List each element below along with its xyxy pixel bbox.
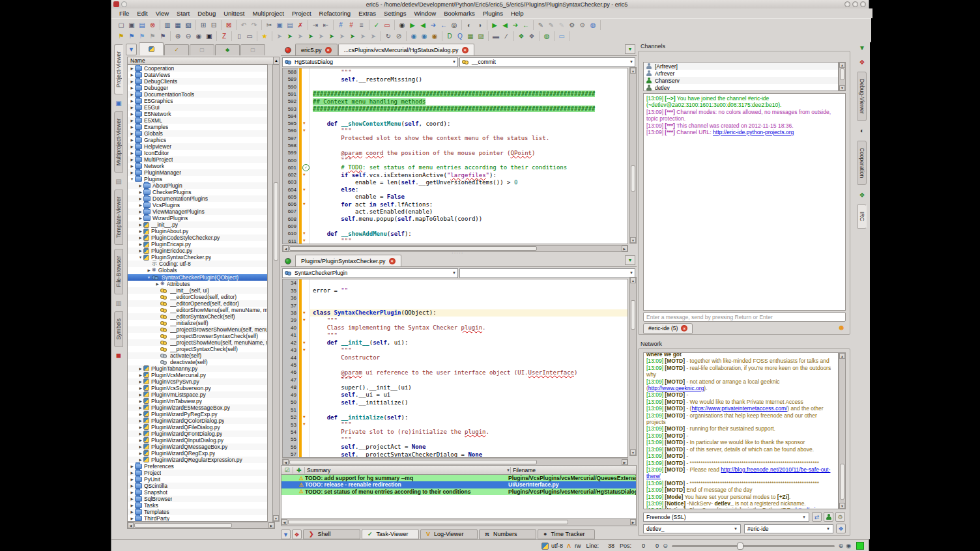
expand-icon[interactable]: ▶ (137, 438, 143, 442)
zoom-slider-knob[interactable] (737, 543, 743, 550)
refresh-icon[interactable]: ↻ (383, 31, 394, 41)
expand-icon[interactable]: ▶ (129, 125, 135, 129)
tree-item[interactable]: ▶Graphics (128, 137, 267, 143)
expand-icon[interactable]: ▶ (137, 216, 143, 220)
tree-item[interactable]: ▶E5XML (128, 117, 267, 124)
tree-item[interactable]: ▶PluginEricdoc.py (128, 247, 267, 254)
tree-item[interactable]: ▶PluginVcsPySvn.py (128, 378, 267, 385)
expand-icon[interactable]: ▶ (137, 406, 143, 410)
run-icon[interactable]: ➤ (274, 31, 285, 41)
tools-icon[interactable]: ⚙ (567, 20, 577, 30)
tree-item[interactable]: deactivate(self) (128, 359, 267, 365)
goto-back-icon[interactable]: ← (439, 20, 449, 30)
remove-split-icon[interactable]: ▭ (244, 31, 255, 41)
tree-item[interactable]: ▶PluginWizardQInputDialog.py (128, 437, 267, 444)
comment-icon[interactable]: # (336, 20, 346, 30)
tree-item[interactable]: ▶PluginEricapi.py (128, 241, 267, 247)
expand-icon[interactable]: ▶ (137, 393, 143, 397)
tree-item[interactable]: ▶PluginVcsSubversion.py (128, 385, 267, 391)
expand-icon[interactable]: ▶ (129, 158, 135, 162)
pencil-1-icon[interactable]: ✎ (536, 20, 546, 30)
fold-arrow-icon[interactable]: ▼ (303, 414, 306, 419)
window-list-dropdown[interactable]: ▼ (625, 44, 635, 54)
zoom-icon[interactable]: ◉ (194, 31, 204, 41)
code-line[interactable]: 50 self.__initialize() (283, 399, 627, 406)
scroll-left[interactable]: ◀ (283, 246, 289, 251)
code-line[interactable]: 590 (283, 83, 627, 91)
code-line[interactable]: 34 (283, 279, 627, 287)
code-line[interactable]: 602▼ if self.vcs.isExtensionActive("larg… (283, 171, 627, 178)
tool-tab-task-viewer[interactable]: ✓Task-Viewer (362, 529, 419, 539)
menu-refactoring[interactable]: Refactoring (315, 9, 355, 18)
tree-item[interactable]: __editorSyntaxCheck(self) (128, 313, 267, 320)
add-task-button[interactable]: ✚ (293, 467, 305, 473)
code-line[interactable]: 39▼ """ (283, 317, 627, 324)
expand-icon[interactable]: ▶ (129, 86, 135, 90)
menu-multiproject[interactable]: Multiproject (248, 9, 288, 18)
channel-user[interactable]: [Arfrever] (644, 63, 838, 70)
pencil-2-icon[interactable]: ✎ (546, 20, 556, 30)
tree-item[interactable]: ▶E5Network (128, 111, 267, 117)
fold-arrow-icon[interactable]: ▼ (303, 120, 306, 125)
tree-item[interactable]: 示Coding: utf-8 (128, 261, 267, 267)
code-line[interactable]: 47 """ (283, 376, 627, 384)
continue-icon[interactable]: ➤ (358, 31, 368, 41)
code-line[interactable]: 44 Constructor (283, 354, 627, 361)
tree-item[interactable]: ▶CheckerPlugins (128, 189, 267, 195)
tree-item[interactable]: ▶Examples (128, 124, 267, 130)
tree-item[interactable]: ▶Preferences (128, 463, 267, 470)
expand-icon[interactable]: ▶ (129, 477, 135, 481)
tree-item[interactable]: ▶PluginManager (128, 169, 267, 176)
bookmark-next-icon[interactable]: ⚑ (126, 31, 137, 41)
join-channel-combo[interactable]: #eric-ide▼ (744, 524, 833, 533)
channel-user[interactable]: Arfrever (644, 70, 838, 77)
paste-icon[interactable]: ▤ (285, 20, 295, 30)
tree-item[interactable]: ▶Network (128, 163, 267, 169)
tree-item[interactable]: ▶QScintilla (128, 483, 267, 489)
away-button[interactable] (824, 512, 833, 522)
editor-tab[interactable]: ...csPlugins/vcsMercurial/HgStatusDialog… (338, 44, 474, 55)
tree-item[interactable]: ▶PyUnit (128, 476, 267, 483)
profiles-icon[interactable]: ◐ (464, 20, 474, 30)
expand-icon[interactable]: ▶ (137, 432, 143, 436)
expand-icon[interactable]: ▶ (129, 503, 135, 507)
toggle-comment-icon[interactable]: ≡ (356, 20, 367, 30)
expand-icon[interactable]: ▶ (129, 99, 135, 103)
sidebar-tab-debug-viewer[interactable]: Debug-Viewer (857, 72, 867, 121)
tree-item[interactable]: ▶Helpviewer (128, 143, 267, 150)
code-line[interactable]: 42▼ def __init__(self, ui): (283, 339, 627, 346)
syntax-check-icon[interactable]: ❖ (516, 31, 526, 41)
expand-icon[interactable]: ▶ (129, 164, 135, 168)
fold-arrow-icon[interactable]: ▼ (303, 310, 306, 315)
pencil-3-icon[interactable]: ✎ (556, 20, 567, 30)
uncomment-icon[interactable]: # (346, 20, 356, 30)
tree-item[interactable]: ▶PluginWizardQColorDialog.py (128, 417, 267, 424)
channel-user-list[interactable]: [Arfrever]ArfreverChanServdetlev (643, 62, 839, 91)
code-line[interactable]: 54 Private slot to (re)initialize the pl… (283, 429, 627, 436)
close-channel-icon[interactable]: ✕ (681, 325, 687, 332)
scroll-up[interactable]: ▲ (630, 277, 636, 283)
task-row[interactable]: ⚠TODO: add support for hg summary --mqPl… (281, 475, 636, 481)
code-line[interactable]: 45 (283, 361, 627, 369)
zoom-in-icon[interactable]: ⊕ (839, 543, 844, 549)
menu-project[interactable]: Project (288, 9, 315, 18)
expand-icon[interactable]: ▶ (129, 79, 135, 83)
expand-icon[interactable]: ▶ (129, 497, 135, 501)
check-d-icon[interactable]: D (444, 31, 455, 41)
tree-item[interactable]: ▶Cooperation (128, 65, 267, 72)
menu-plugins[interactable]: Plugins (479, 9, 507, 18)
settings-icon[interactable]: ⚙ (577, 20, 588, 30)
task-row[interactable]: ⚠TODO: set status of menu entries accord… (281, 488, 636, 495)
debug-project-icon[interactable]: ➤ (306, 31, 316, 41)
step-out-icon[interactable]: ➤ (347, 31, 358, 41)
delete-icon[interactable]: ✗ (295, 20, 306, 30)
clipboard-icon[interactable]: ▤ (114, 177, 123, 186)
filter-icon[interactable]: ▼ (857, 43, 867, 52)
code-line[interactable]: 57 self.__projectSyntaxCheckerDialog = N… (283, 451, 627, 458)
code-line[interactable]: 589 self.__restoreMissing() (283, 76, 627, 83)
network-scrollbar[interactable]: ▲ ▼ (839, 352, 846, 509)
menu-debug[interactable]: Debug (194, 9, 220, 18)
bookmark-file-icon[interactable]: ⚑ (158, 31, 168, 41)
menu-file[interactable]: File (115, 9, 133, 18)
editor-top-vscrollbar[interactable]: ▲ ▼ (629, 67, 637, 244)
